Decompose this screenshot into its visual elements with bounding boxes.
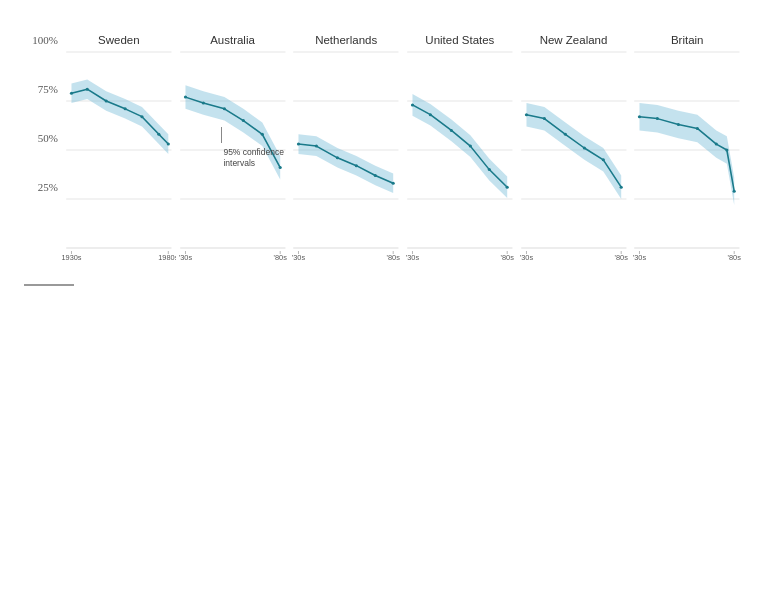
svg-point-24 [260, 133, 263, 136]
panel-title-5: Britain [630, 34, 744, 46]
svg-point-5 [86, 88, 89, 91]
svg-point-82 [677, 123, 680, 126]
svg-point-23 [241, 119, 244, 122]
svg-point-40 [392, 182, 395, 185]
panel-title-3: United States [403, 34, 517, 46]
svg-point-39 [374, 174, 377, 177]
svg-point-80 [638, 115, 641, 118]
svg-point-66 [542, 117, 545, 120]
svg-point-20 [184, 96, 187, 99]
panel-australia: Australia'30s'80s95% confidenceintervals [176, 34, 290, 270]
svg-point-25 [278, 166, 281, 169]
svg-text:'30s: '30s [406, 254, 420, 262]
y-axis: 100% 75% 50% 25% 0 [24, 34, 62, 270]
panel-svg-1: '30s'80s95% confidenceintervals [176, 50, 290, 270]
svg-point-81 [656, 117, 659, 120]
panel-title-1: Australia [176, 34, 290, 46]
y-label-100: 100% [24, 34, 62, 46]
svg-point-36 [315, 145, 318, 148]
panel-sweden: Sweden1930s1980s [62, 34, 176, 270]
svg-text:1980s: 1980s [158, 254, 175, 262]
svg-point-84 [715, 143, 718, 146]
svg-text:'30s: '30s [179, 254, 193, 262]
svg-point-54 [488, 168, 491, 171]
svg-point-6 [105, 100, 108, 103]
svg-point-85 [726, 149, 729, 152]
svg-point-4 [70, 92, 73, 95]
svg-point-67 [564, 133, 567, 136]
svg-point-7 [124, 107, 127, 110]
svg-point-55 [506, 186, 509, 189]
panel-britain: Britain'30s'80s [630, 34, 744, 270]
panel-svg-5: '30s'80s [630, 50, 744, 270]
svg-point-35 [297, 143, 300, 146]
svg-text:'80s: '80s [728, 254, 742, 262]
svg-point-9 [157, 133, 160, 136]
svg-point-8 [140, 115, 143, 118]
svg-point-37 [336, 156, 339, 159]
svg-text:'80s: '80s [501, 254, 515, 262]
svg-point-68 [582, 147, 585, 150]
svg-point-22 [223, 107, 226, 110]
panels-container: Sweden1930s1980sAustralia'30s'80s95% con… [62, 34, 744, 270]
svg-text:1930s: 1930s [62, 254, 82, 262]
y-label-25: 25% [24, 181, 62, 193]
panel-title-4: New Zealand [517, 34, 631, 46]
svg-point-51 [429, 113, 432, 116]
svg-point-38 [355, 164, 358, 167]
svg-text:'80s: '80s [387, 254, 401, 262]
svg-point-86 [733, 190, 736, 193]
panel-netherlands: Netherlands'30s'80s [289, 34, 403, 270]
panel-svg-4: '30s'80s [517, 50, 631, 270]
source-divider [24, 284, 74, 286]
svg-text:'30s: '30s [633, 254, 647, 262]
svg-text:'30s: '30s [520, 254, 534, 262]
panel-united-states: United States'30s'80s [403, 34, 517, 270]
panel-new-zealand: New Zealand'30s'80s [517, 34, 631, 270]
svg-point-10 [167, 143, 170, 146]
panel-svg-0: 1930s1980s [62, 50, 176, 270]
y-label-50: 50% [24, 132, 62, 144]
svg-point-50 [411, 103, 414, 106]
panel-title-2: Netherlands [289, 34, 403, 46]
panel-svg-3: '30s'80s [403, 50, 517, 270]
svg-point-53 [469, 145, 472, 148]
svg-text:'30s: '30s [292, 254, 306, 262]
panel-title-0: Sweden [62, 34, 176, 46]
svg-point-21 [201, 102, 204, 105]
ci-indicator-line [221, 127, 222, 143]
svg-point-70 [619, 186, 622, 189]
y-label-75: 75% [24, 83, 62, 95]
svg-text:'80s: '80s [273, 254, 287, 262]
svg-point-65 [525, 113, 528, 116]
svg-point-69 [601, 158, 604, 161]
svg-point-52 [450, 129, 453, 132]
panel-svg-2: '30s'80s [289, 50, 403, 270]
svg-text:'80s: '80s [614, 254, 628, 262]
svg-point-83 [696, 127, 699, 130]
chart-area: 100% 75% 50% 25% 0 Sweden1930s1980sAustr… [24, 34, 744, 270]
